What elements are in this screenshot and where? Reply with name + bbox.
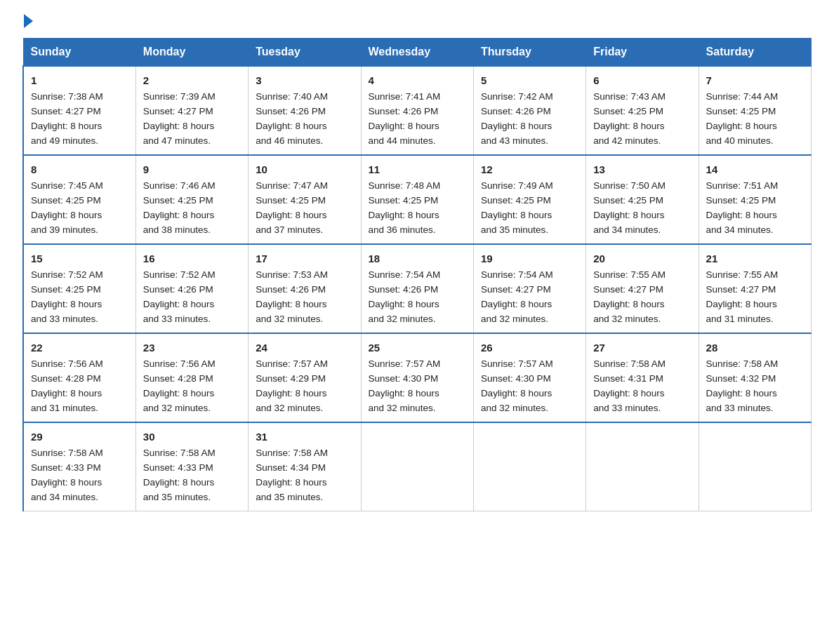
sunrise-value: Sunrise: 7:54 AM bbox=[481, 269, 553, 280]
daylight-line1: Daylight: 8 hours bbox=[143, 388, 214, 398]
day-number: 10 bbox=[256, 161, 353, 177]
weekday-header-friday: Friday bbox=[586, 39, 699, 67]
daylight-line1: Daylight: 8 hours bbox=[369, 388, 439, 398]
daylight-line2: and 42 minutes. bbox=[593, 135, 661, 146]
daylight-line2: and 33 minutes. bbox=[31, 314, 98, 324]
sunrise-value: Sunrise: 7:39 AM bbox=[143, 91, 216, 102]
day-number: 30 bbox=[143, 429, 241, 445]
daylight-line2: and 38 minutes. bbox=[143, 224, 211, 235]
day-number: 5 bbox=[481, 72, 578, 88]
week-row-2: 8Sunrise: 7:45 AMSunset: 4:25 PMDaylight… bbox=[23, 155, 812, 244]
sunset-value: Sunset: 4:27 PM bbox=[593, 284, 663, 295]
sunrise-value: Sunrise: 7:51 AM bbox=[706, 180, 779, 191]
calendar-cell: 7Sunrise: 7:44 AMSunset: 4:25 PMDaylight… bbox=[699, 66, 811, 155]
calendar-cell: 18Sunrise: 7:54 AMSunset: 4:26 PMDayligh… bbox=[361, 244, 473, 333]
sunset-value: Sunset: 4:25 PM bbox=[256, 195, 326, 206]
week-row-1: 1Sunrise: 7:38 AMSunset: 4:27 PMDaylight… bbox=[23, 66, 812, 155]
sunset-value: Sunset: 4:26 PM bbox=[143, 284, 213, 295]
daylight-line1: Daylight: 8 hours bbox=[593, 299, 664, 309]
daylight-line2: and 32 minutes. bbox=[256, 403, 323, 413]
day-number: 8 bbox=[31, 161, 128, 177]
daylight-line2: and 32 minutes. bbox=[593, 314, 661, 324]
daylight-line1: Daylight: 8 hours bbox=[143, 210, 214, 220]
sunset-value: Sunset: 4:32 PM bbox=[706, 373, 776, 384]
calendar-cell: 31Sunrise: 7:58 AMSunset: 4:34 PMDayligh… bbox=[249, 422, 361, 511]
daylight-line2: and 35 minutes. bbox=[256, 492, 323, 502]
sunset-value: Sunset: 4:27 PM bbox=[31, 106, 101, 116]
calendar-cell: 30Sunrise: 7:58 AMSunset: 4:33 PMDayligh… bbox=[135, 422, 248, 511]
calendar-cell: 13Sunrise: 7:50 AMSunset: 4:25 PMDayligh… bbox=[586, 155, 699, 244]
calendar-cell bbox=[361, 422, 473, 511]
daylight-line1: Daylight: 8 hours bbox=[31, 388, 102, 398]
calendar-cell: 25Sunrise: 7:57 AMSunset: 4:30 PMDayligh… bbox=[361, 333, 473, 422]
calendar-cell: 27Sunrise: 7:58 AMSunset: 4:31 PMDayligh… bbox=[586, 333, 699, 422]
sunrise-value: Sunrise: 7:58 AM bbox=[593, 358, 666, 369]
sunrise-value: Sunrise: 7:43 AM bbox=[593, 91, 666, 102]
sunset-value: Sunset: 4:25 PM bbox=[593, 195, 663, 206]
daylight-line1: Daylight: 8 hours bbox=[481, 121, 552, 131]
sunrise-value: Sunrise: 7:55 AM bbox=[706, 269, 779, 280]
daylight-line1: Daylight: 8 hours bbox=[369, 121, 439, 131]
daylight-line2: and 40 minutes. bbox=[706, 135, 774, 146]
calendar-cell: 5Sunrise: 7:42 AMSunset: 4:26 PMDaylight… bbox=[473, 66, 585, 155]
daylight-line2: and 39 minutes. bbox=[31, 224, 98, 235]
daylight-line1: Daylight: 8 hours bbox=[706, 210, 777, 220]
sunset-value: Sunset: 4:30 PM bbox=[481, 373, 551, 384]
daylight-line2: and 31 minutes. bbox=[31, 403, 98, 413]
daylight-line1: Daylight: 8 hours bbox=[31, 477, 102, 488]
day-number: 12 bbox=[481, 161, 578, 177]
daylight-line2: and 32 minutes. bbox=[369, 314, 436, 324]
sunset-value: Sunset: 4:29 PM bbox=[256, 373, 326, 384]
sunset-value: Sunset: 4:33 PM bbox=[31, 462, 101, 473]
calendar-cell: 21Sunrise: 7:55 AMSunset: 4:27 PMDayligh… bbox=[699, 244, 811, 333]
day-number: 25 bbox=[369, 340, 466, 356]
calendar-cell: 9Sunrise: 7:46 AMSunset: 4:25 PMDaylight… bbox=[135, 155, 248, 244]
sunset-value: Sunset: 4:25 PM bbox=[143, 195, 213, 206]
sunrise-value: Sunrise: 7:45 AM bbox=[31, 180, 103, 191]
day-number: 1 bbox=[31, 72, 128, 88]
day-number: 3 bbox=[256, 72, 353, 88]
sunset-value: Sunset: 4:27 PM bbox=[706, 284, 776, 295]
weekday-header-thursday: Thursday bbox=[473, 39, 585, 67]
day-number: 24 bbox=[256, 340, 353, 356]
day-number: 23 bbox=[143, 340, 241, 356]
daylight-line1: Daylight: 8 hours bbox=[143, 477, 214, 488]
daylight-line2: and 33 minutes. bbox=[593, 403, 661, 413]
daylight-line1: Daylight: 8 hours bbox=[481, 299, 552, 309]
day-number: 17 bbox=[256, 250, 353, 267]
sunset-value: Sunset: 4:27 PM bbox=[481, 284, 551, 295]
sunset-value: Sunset: 4:26 PM bbox=[256, 284, 326, 295]
sunrise-value: Sunrise: 7:53 AM bbox=[256, 269, 328, 280]
calendar-cell bbox=[586, 422, 699, 511]
sunset-value: Sunset: 4:25 PM bbox=[481, 195, 551, 206]
sunset-value: Sunset: 4:26 PM bbox=[256, 106, 326, 116]
sunrise-value: Sunrise: 7:57 AM bbox=[481, 358, 553, 369]
daylight-line2: and 49 minutes. bbox=[31, 135, 98, 146]
sunset-value: Sunset: 4:31 PM bbox=[593, 373, 663, 384]
daylight-line1: Daylight: 8 hours bbox=[481, 388, 552, 398]
daylight-line1: Daylight: 8 hours bbox=[593, 121, 664, 131]
daylight-line2: and 36 minutes. bbox=[369, 224, 436, 235]
sunrise-value: Sunrise: 7:58 AM bbox=[31, 448, 103, 458]
sunset-value: Sunset: 4:25 PM bbox=[706, 195, 776, 206]
calendar-cell: 15Sunrise: 7:52 AMSunset: 4:25 PMDayligh… bbox=[23, 244, 135, 333]
daylight-line2: and 47 minutes. bbox=[143, 135, 211, 146]
sunset-value: Sunset: 4:27 PM bbox=[143, 106, 213, 116]
sunset-value: Sunset: 4:26 PM bbox=[369, 106, 439, 116]
sunrise-value: Sunrise: 7:56 AM bbox=[31, 358, 103, 369]
sunrise-value: Sunrise: 7:57 AM bbox=[256, 358, 328, 369]
sunrise-value: Sunrise: 7:48 AM bbox=[369, 180, 441, 191]
sunrise-value: Sunrise: 7:56 AM bbox=[143, 358, 216, 369]
daylight-line2: and 32 minutes. bbox=[256, 314, 323, 324]
calendar-cell: 22Sunrise: 7:56 AMSunset: 4:28 PMDayligh… bbox=[23, 333, 135, 422]
daylight-line1: Daylight: 8 hours bbox=[31, 121, 102, 131]
calendar-cell: 29Sunrise: 7:58 AMSunset: 4:33 PMDayligh… bbox=[23, 422, 135, 511]
day-number: 22 bbox=[31, 340, 128, 356]
daylight-line1: Daylight: 8 hours bbox=[256, 210, 326, 220]
sunset-value: Sunset: 4:28 PM bbox=[143, 373, 213, 384]
sunrise-value: Sunrise: 7:42 AM bbox=[481, 91, 553, 102]
daylight-line2: and 37 minutes. bbox=[256, 224, 323, 235]
daylight-line1: Daylight: 8 hours bbox=[143, 299, 214, 309]
calendar-table: SundayMondayTuesdayWednesdayThursdayFrid… bbox=[22, 38, 812, 511]
sunset-value: Sunset: 4:30 PM bbox=[369, 373, 439, 384]
